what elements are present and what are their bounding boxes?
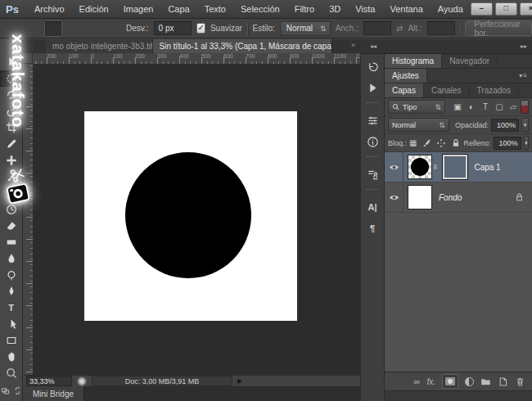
document-tab[interactable]: mo objeto inteligente-3b3.tif × <box>46 39 153 53</box>
visibility-eye-icon[interactable] <box>389 194 399 201</box>
menu-item[interactable]: Ventana <box>382 0 430 18</box>
filter-adjustment-layers-icon[interactable]: ◐ <box>467 102 476 111</box>
menu-item[interactable]: Archivo <box>27 0 72 18</box>
layer-thumbnail[interactable] <box>408 155 432 179</box>
menu-item[interactable]: 3D <box>322 0 348 18</box>
width-input[interactable] <box>363 21 391 35</box>
menu-item[interactable]: Ayuda <box>431 0 471 18</box>
layer-style-fx-icon[interactable]: fx. <box>426 377 435 386</box>
hand-tool[interactable] <box>0 349 23 365</box>
clone-stamp-tool[interactable] <box>0 185 23 201</box>
expand-panels-icon[interactable]: ▸▸ <box>521 43 527 50</box>
menu-item[interactable]: Vista <box>348 0 382 18</box>
history-panel-icon[interactable] <box>362 56 383 77</box>
layer-filter-toggle[interactable] <box>521 100 529 114</box>
add-to-selection-icon[interactable] <box>64 20 82 37</box>
eraser-tool[interactable] <box>0 218 23 234</box>
link-layers-icon[interactable]: ∞ <box>414 376 421 386</box>
new-layer-icon[interactable] <box>498 376 508 387</box>
menu-item[interactable]: Capa <box>160 0 196 18</box>
info-panel-icon[interactable] <box>362 131 383 152</box>
swap-dimensions-icon[interactable]: ⇄ <box>396 24 403 33</box>
layer-thumbnail[interactable] <box>408 185 432 210</box>
add-layer-mask-button[interactable] <box>442 374 458 389</box>
fill-value[interactable]: 100% <box>494 137 521 150</box>
antialias-checkbox[interactable]: ✓ <box>196 23 205 34</box>
blur-tool[interactable] <box>0 250 23 267</box>
menu-item[interactable]: Texto <box>197 0 233 18</box>
new-selection-icon[interactable] <box>44 20 62 37</box>
new-adjustment-layer-icon[interactable] <box>465 377 474 386</box>
refine-edge-button[interactable]: Perfeccionar bor. <box>465 20 532 36</box>
properties-panel-icon[interactable] <box>362 110 383 131</box>
opacity-drop-icon[interactable]: ▾ <box>521 118 529 132</box>
mini-bridge-tab[interactable]: Mini Bridge <box>23 386 84 401</box>
panel-tab[interactable]: Capas <box>385 83 424 97</box>
menu-item[interactable]: Imagen <box>116 0 161 18</box>
menu-item[interactable]: Filtro <box>287 0 322 18</box>
filter-type-layers-icon[interactable]: T <box>480 102 490 111</box>
rectangle-tool[interactable] <box>0 332 23 349</box>
blend-mode-select[interactable]: Normal ⇅ <box>388 118 449 132</box>
filter-shape-layers-icon[interactable]: ▢ <box>494 102 504 111</box>
filter-smart-objects-icon[interactable]: ▱ <box>508 102 518 111</box>
layer-filter-select[interactable]: Tipo ⇅ <box>388 100 445 114</box>
tab-overflow-icon[interactable]: » <box>346 39 360 53</box>
gradient-tool[interactable] <box>0 234 23 250</box>
panel-tab[interactable]: Navegador <box>442 54 498 68</box>
feather-input[interactable]: 0 px <box>154 21 192 35</box>
collapse-panels-icon[interactable]: ◂◂ <box>370 43 376 50</box>
panel-tab[interactable]: Histograma <box>385 54 442 68</box>
lock-position-icon[interactable] <box>436 138 446 148</box>
document-tab[interactable]: Sin título-1 al 33,3% (Capa 1, Máscara d… <box>153 39 332 53</box>
horizontal-ruler[interactable]: 2001000100200300400500600700800900100011… <box>23 53 360 65</box>
visibility-eye-icon[interactable] <box>389 164 399 171</box>
zoom-level-field[interactable]: 33,33% <box>26 376 72 386</box>
close-button[interactable]: × <box>520 2 532 16</box>
delete-layer-trash-icon[interactable] <box>515 376 525 387</box>
eyedropper-tool[interactable] <box>0 136 23 152</box>
menu-item[interactable]: Edición <box>72 0 116 18</box>
layer-row-capa1[interactable]: ∞ Capa 1 <box>385 152 532 182</box>
menu-item[interactable]: Selección <box>233 0 287 18</box>
maximize-button[interactable]: □ <box>495 2 517 16</box>
dodge-tool[interactable] <box>0 267 23 283</box>
character-panel-icon[interactable]: A| <box>362 196 383 218</box>
lasso-tool[interactable] <box>0 87 23 103</box>
fill-drop-icon[interactable]: ▾ <box>524 136 530 150</box>
quick-selection-tool[interactable] <box>0 103 23 119</box>
elliptical-marquee-tool[interactable] <box>0 70 23 87</box>
layer-row-fondo[interactable]: Fondo <box>385 182 532 213</box>
path-selection-tool[interactable] <box>0 316 23 332</box>
lock-all-icon[interactable] <box>451 138 461 148</box>
type-tool[interactable]: T <box>0 300 23 316</box>
move-tool[interactable] <box>0 54 23 70</box>
layer-comps-panel-icon[interactable] <box>362 164 383 185</box>
intersect-selection-icon[interactable] <box>103 20 121 37</box>
document-size-info[interactable]: Doc: 3,00 MB/3,91 MB <box>92 376 232 386</box>
zoom-tool[interactable] <box>0 365 23 381</box>
minimize-button[interactable]: – <box>471 2 493 16</box>
new-group-folder-icon[interactable] <box>480 376 491 387</box>
healing-brush-tool[interactable] <box>0 152 23 169</box>
mask-link-icon[interactable]: ∞ <box>431 164 440 169</box>
screen-mode-icon[interactable] <box>1 385 11 396</box>
panel-tab[interactable]: Trazados <box>470 83 519 97</box>
ruler-origin-corner[interactable] <box>23 53 33 64</box>
style-select[interactable]: Normal ⇅ <box>280 21 331 36</box>
layer-name[interactable]: Capa 1 <box>474 163 500 172</box>
layer-mask-thumbnail[interactable] <box>443 155 467 179</box>
lock-transparency-icon[interactable]: ▦ <box>409 138 417 148</box>
vertical-ruler[interactable]: 0100200300400500600700800900 <box>23 64 34 375</box>
subtract-from-selection-icon[interactable] <box>83 20 101 37</box>
panel-tab[interactable]: Canales <box>424 83 470 97</box>
height-input[interactable] <box>427 21 455 35</box>
history-brush-tool[interactable] <box>0 201 23 218</box>
opacity-value[interactable]: 100% <box>491 119 519 132</box>
panel-menu-icon[interactable]: ▾≡ <box>519 69 528 83</box>
pen-tool[interactable] <box>0 283 23 300</box>
paragraph-panel-icon[interactable]: ¶ <box>362 218 383 239</box>
swap-colors-icon[interactable] <box>13 385 23 396</box>
canvas-area[interactable] <box>34 64 360 375</box>
lock-image-icon[interactable] <box>422 138 431 148</box>
